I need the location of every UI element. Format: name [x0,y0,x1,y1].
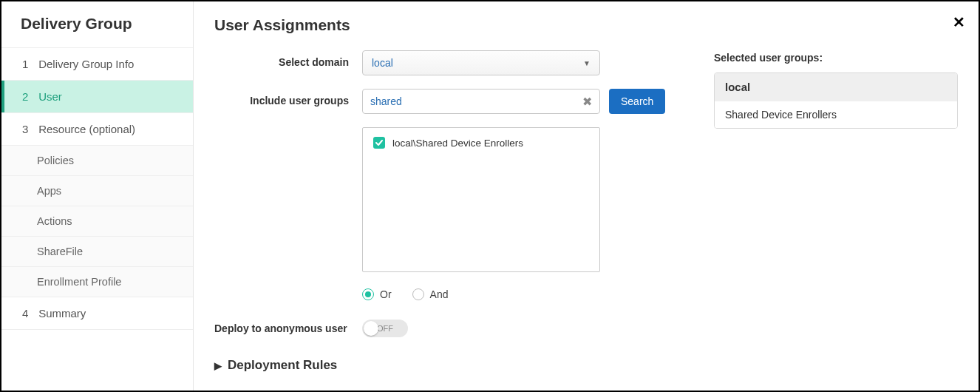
sidebar-subitem-enrollment-profile[interactable]: Enrollment Profile [1,267,193,297]
selected-group-card: local Shared Device Enrollers [714,72,958,129]
selected-group-header[interactable]: local [715,73,957,101]
row-select-domain: Select domain local ▼ [214,50,673,75]
domain-selected-value: local [372,57,393,69]
sidebar-subitem-policies[interactable]: Policies [1,146,193,176]
user-group-searchbox[interactable]: ✖ [362,89,600,114]
label-select-domain: Select domain [214,50,362,68]
sidebar-subitem-actions[interactable]: Actions [1,206,193,237]
close-icon[interactable]: ✕ [953,15,965,30]
user-group-search-input[interactable] [370,95,576,107]
radio-or-label: Or [380,288,392,300]
spacer-label [214,127,362,133]
selected-groups-title: Selected user groups: [714,52,958,64]
toggle-state-label: OFF [377,324,393,333]
operator-row: Or And [362,288,673,300]
sidebar-item-resource[interactable]: 3 Resource (optional) [1,113,193,146]
sidebar-item-user[interactable]: 2 User [1,81,193,113]
search-button[interactable]: Search [609,89,665,114]
sidebar-item-delivery-group-info[interactable]: 1 Delivery Group Info [1,47,193,81]
step-label: Resource (optional) [38,123,135,135]
form-column: Select domain local ▼ Include user group… [214,50,673,373]
app-frame: Delivery Group 1 Delivery Group Info 2 U… [0,0,980,392]
checkbox-checked-icon[interactable] [373,137,385,149]
step-number: 4 [22,307,35,320]
step-number: 1 [22,58,35,70]
domain-dropdown[interactable]: local ▼ [362,50,600,75]
step-label: User [38,90,62,103]
step-label: Summary [38,307,86,320]
anonymous-toggle[interactable]: OFF [362,320,408,337]
search-results-box: local\Shared Device Enrollers [362,127,600,272]
result-item-label: local\Shared Device Enrollers [392,138,523,149]
row-results: local\Shared Device Enrollers [214,127,673,272]
columns: Select domain local ▼ Include user group… [214,50,958,373]
radio-or[interactable]: Or [362,288,392,300]
chevron-down-icon: ▼ [583,59,591,67]
clear-icon[interactable]: ✖ [582,95,592,109]
page-title: User Assignments [214,16,958,34]
sidebar-subitem-sharefile[interactable]: ShareFile [1,237,193,267]
row-deploy-anonymous: Deploy to anonymous user OFF [214,320,673,337]
step-label: Delivery Group Info [38,58,134,70]
step-number: 3 [22,123,35,135]
deployment-rules-title: Deployment Rules [228,358,337,373]
radio-and[interactable]: And [412,288,449,300]
selected-group-item[interactable]: Shared Device Enrollers [715,101,957,128]
label-deploy-anonymous: Deploy to anonymous user [214,322,362,334]
sidebar-item-summary[interactable]: 4 Summary [1,297,193,330]
radio-selected-icon [362,288,374,300]
radio-unselected-icon [412,288,424,300]
sidebar-subitem-apps[interactable]: Apps [1,176,193,206]
result-item[interactable]: local\Shared Device Enrollers [373,137,589,149]
step-number: 2 [22,90,35,103]
deployment-rules-header[interactable]: ▶ Deployment Rules [214,358,673,373]
label-include-user-groups: Include user groups [214,89,362,107]
chevron-right-icon: ▶ [214,360,222,371]
sidebar: Delivery Group 1 Delivery Group Info 2 U… [1,1,194,391]
sidebar-title: Delivery Group [1,1,193,47]
row-include-user-groups: Include user groups ✖ Search [214,89,673,114]
selected-groups-column: Selected user groups: local Shared Devic… [714,50,958,373]
main-panel: ✕ User Assignments Select domain local ▼… [194,1,979,391]
radio-and-label: And [430,288,449,300]
